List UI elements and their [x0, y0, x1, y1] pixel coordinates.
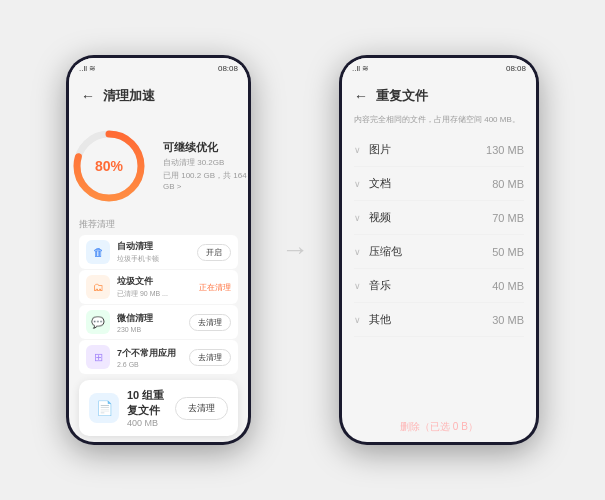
circle-used: 已用 100.2 GB，共 164 GB >: [163, 170, 248, 192]
status-bar-2: ..ll ≋ 08:08: [342, 58, 536, 78]
category-row-zip[interactable]: ∨ 压缩包 50 MB: [354, 235, 524, 269]
category-size-other: 30 MB: [492, 314, 524, 326]
cleaning-status: 正在清理: [199, 282, 231, 293]
category-list: ∨ 图片 130 MB ∨ 文档 80 MB ∨ 视频 70 MB: [354, 133, 524, 408]
category-name-video: 视频: [369, 210, 492, 225]
category-name-docs: 文档: [369, 176, 492, 191]
app-header-1: ← 清理加速: [69, 78, 248, 114]
app-header-2: ← 重复文件: [342, 78, 536, 114]
list-item: 🗑 自动清理 垃圾手机卡顿 开启: [79, 235, 238, 269]
clean-wechat-button[interactable]: 去清理: [189, 314, 231, 331]
direction-arrow: →: [281, 234, 309, 266]
chevron-icon-4: ∨: [354, 247, 361, 257]
list-item: 🗂 垃圾文件 已清理 90 MB ... 正在清理: [79, 270, 238, 304]
open-button[interactable]: 开启: [197, 244, 231, 261]
category-name-pictures: 图片: [369, 142, 486, 157]
category-size-music: 40 MB: [492, 280, 524, 292]
chevron-icon-5: ∨: [354, 281, 361, 291]
category-name-zip: 压缩包: [369, 244, 492, 259]
delete-bar: 删除（已选 0 B）: [354, 408, 524, 442]
back-button-2[interactable]: ←: [354, 88, 368, 104]
arrow-container: →: [281, 234, 309, 266]
list-item: ⊞ 7个不常用应用 2.6 GB 去清理: [79, 340, 238, 374]
chevron-icon-2: ∨: [354, 179, 361, 189]
item-icon-trash: 🗂: [86, 275, 110, 299]
item-icon-auto: 🗑: [86, 240, 110, 264]
category-row-other[interactable]: ∨ 其他 30 MB: [354, 303, 524, 337]
category-size-docs: 80 MB: [492, 178, 524, 190]
circle-auto: 自动清理 30.2GB: [163, 157, 248, 168]
category-size-video: 70 MB: [492, 212, 524, 224]
status-time: 08:08: [218, 64, 238, 73]
status-time-2: 08:08: [506, 64, 526, 73]
category-row-docs[interactable]: ∨ 文档 80 MB: [354, 167, 524, 201]
duplicate-size: 400 MB: [127, 418, 167, 428]
circle-section: 80% 可继续优化 自动清理 30.2GB 已用 100.2 GB，共 164 …: [69, 114, 248, 214]
duplicate-icon: 📄: [89, 393, 119, 423]
phone1: ..ll ≋ 08:08 ← 清理加速: [66, 55, 251, 445]
page-title-2: 重复文件: [376, 87, 428, 105]
list-item: 💬 微信清理 230 MB 去清理: [79, 305, 238, 339]
circle-info: 可继续优化 自动清理 30.2GB 已用 100.2 GB，共 164 GB >: [163, 140, 248, 193]
chevron-icon-1: ∨: [354, 145, 361, 155]
category-row-pictures[interactable]: ∨ 图片 130 MB: [354, 133, 524, 167]
bottom-highlight-item[interactable]: 📄 10 组重复文件 400 MB 去清理: [79, 380, 238, 436]
clean-duplicate-button[interactable]: 去清理: [175, 397, 228, 420]
circle-label: 可继续优化: [163, 140, 248, 155]
scene: ..ll ≋ 08:08 ← 清理加速: [66, 55, 539, 445]
category-name-other: 其他: [369, 312, 492, 327]
category-size-zip: 50 MB: [492, 246, 524, 258]
phone2-content: 内容完全相同的文件，占用存储空间 400 MB。 ∨ 图片 130 MB ∨ 文…: [342, 114, 536, 442]
clean-apps-button[interactable]: 去清理: [189, 349, 231, 366]
status-bar-1: ..ll ≋ 08:08: [69, 58, 248, 78]
circle-percent: 80%: [95, 158, 123, 174]
status-signal: ..ll ≋: [79, 64, 96, 73]
delete-button[interactable]: 删除（已选 0 B）: [400, 421, 478, 432]
circle-progress: 80%: [69, 126, 149, 206]
page-title-1: 清理加速: [103, 87, 155, 105]
item-icon-apps: ⊞: [86, 345, 110, 369]
duplicate-title: 10 组重复文件: [127, 388, 167, 418]
item-icon-wechat: 💬: [86, 310, 110, 334]
chevron-icon-3: ∨: [354, 213, 361, 223]
subtitle: 内容完全相同的文件，占用存储空间 400 MB。: [354, 114, 524, 125]
category-name-music: 音乐: [369, 278, 492, 293]
category-row-music[interactable]: ∨ 音乐 40 MB: [354, 269, 524, 303]
chevron-icon-6: ∨: [354, 315, 361, 325]
clean-list: 🗑 自动清理 垃圾手机卡顿 开启 🗂 垃圾文件 已清理 90 MB ...: [79, 235, 238, 374]
status-signal-2: ..ll ≋: [352, 64, 369, 73]
category-size-pictures: 130 MB: [486, 144, 524, 156]
category-row-video[interactable]: ∨ 视频 70 MB: [354, 201, 524, 235]
back-button-1[interactable]: ←: [81, 88, 95, 104]
section-label: 推荐清理: [79, 218, 238, 231]
phone1-content: 推荐清理 🗑 自动清理 垃圾手机卡顿 开启 🗂 垃圾文件: [69, 214, 248, 442]
phone2: ..ll ≋ 08:08 ← 重复文件 内容完全相同的文件，占用存储空间 400…: [339, 55, 539, 445]
